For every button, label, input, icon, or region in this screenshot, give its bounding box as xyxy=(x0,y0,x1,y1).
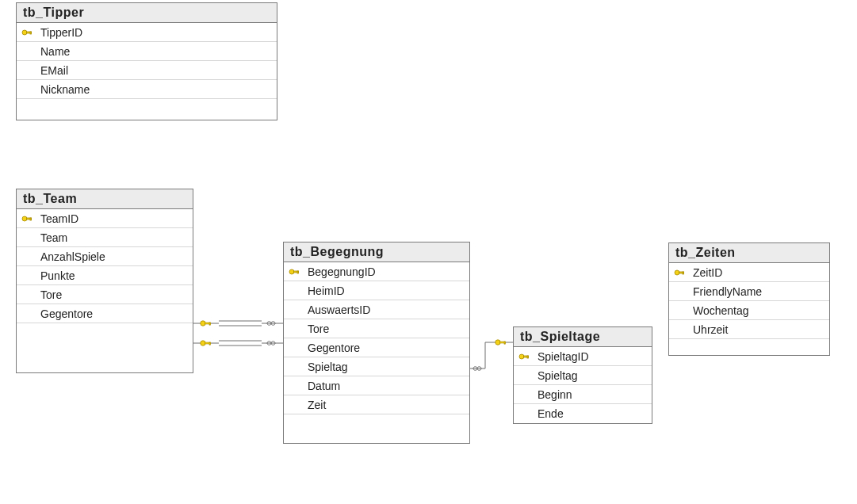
table-row[interactable]: Punkte xyxy=(17,266,193,285)
column-name: Zeit xyxy=(304,399,469,411)
table-row[interactable]: Ende xyxy=(514,404,652,423)
svg-rect-8 xyxy=(297,271,299,273)
column-name: Punkte xyxy=(37,269,193,282)
column-name: Wochentag xyxy=(690,304,829,317)
table-row[interactable]: BegegnungID xyxy=(284,262,469,281)
svg-rect-34 xyxy=(504,342,506,344)
table-row[interactable]: ZeitID xyxy=(669,263,829,282)
table-tb-spieltage[interactable]: tb_Spieltage SpieltagID Spieltag Beginn … xyxy=(513,326,652,424)
svg-rect-14 xyxy=(683,272,684,274)
column-name: EMail xyxy=(37,64,277,77)
table-row[interactable]: Beginn xyxy=(514,385,652,404)
column-name: Gegentore xyxy=(304,342,469,354)
svg-rect-5 xyxy=(30,218,32,220)
table-row[interactable]: Tore xyxy=(17,285,193,304)
column-name: Ende xyxy=(534,407,652,420)
svg-rect-28 xyxy=(209,342,211,345)
table-row[interactable]: SpieltagID xyxy=(514,347,652,366)
table-header[interactable]: tb_Zeiten xyxy=(669,243,829,263)
table-header[interactable]: tb_Team xyxy=(17,189,193,209)
svg-point-0 xyxy=(22,30,27,35)
table-row[interactable]: TeamID xyxy=(17,209,193,228)
table-header[interactable]: tb_Spieltage xyxy=(514,327,652,347)
table-row[interactable]: Gegentore xyxy=(17,304,193,323)
table-header[interactable]: tb_Begegnung xyxy=(284,242,469,262)
column-name: Tore xyxy=(37,288,193,301)
table-row[interactable]: Nickname xyxy=(17,80,277,99)
table-row[interactable]: Team xyxy=(17,228,193,247)
column-name: SpieltagID xyxy=(534,350,652,363)
relationship-team-begegnung-auswaertsid xyxy=(193,341,283,346)
svg-point-26 xyxy=(201,341,205,346)
table-row[interactable]: Name xyxy=(17,42,277,61)
column-name: AnzahlSpiele xyxy=(37,250,193,263)
table-row[interactable]: AnzahlSpiele xyxy=(17,247,193,266)
column-name: Gegentore xyxy=(37,307,193,320)
table-row[interactable]: HeimID xyxy=(284,281,469,300)
svg-rect-20 xyxy=(205,323,211,324)
table-row[interactable]: EMail xyxy=(17,61,277,80)
svg-rect-2 xyxy=(30,32,32,34)
table-tb-begegnung[interactable]: tb_Begegnung BegegnungID HeimID Auswaert… xyxy=(283,242,470,444)
svg-rect-21 xyxy=(209,323,211,325)
table-row[interactable]: Tore xyxy=(284,319,469,338)
column-name: Name xyxy=(37,45,277,58)
column-name: Tore xyxy=(304,323,469,335)
column-name: Datum xyxy=(304,380,469,392)
svg-point-12 xyxy=(675,270,679,275)
table-row[interactable]: AuswaertsID xyxy=(284,300,469,319)
key-icon xyxy=(669,267,690,278)
svg-point-9 xyxy=(519,354,524,359)
column-name: Spieltag xyxy=(534,369,652,382)
table-row[interactable]: Spieltag xyxy=(514,366,652,385)
svg-rect-27 xyxy=(205,342,211,344)
svg-rect-11 xyxy=(527,356,529,358)
table-tb-zeiten[interactable]: tb_Zeiten ZeitID FriendlyName Wochentag … xyxy=(668,242,830,356)
er-diagram-canvas: tb_Tipper TipperID Name EMail Nickname t… xyxy=(0,0,857,504)
table-row[interactable]: Uhrzeit xyxy=(669,320,829,339)
column-name: Uhrzeit xyxy=(690,323,829,336)
column-name: Nickname xyxy=(37,83,277,96)
column-name: ZeitID xyxy=(690,266,829,279)
column-name: Beginn xyxy=(534,388,652,401)
column-name: Team xyxy=(37,231,193,244)
relationship-spieltage-begegnung xyxy=(470,340,513,370)
key-icon xyxy=(17,213,37,224)
column-name: HeimID xyxy=(304,284,469,297)
relationship-team-begegnung-heimid xyxy=(193,321,283,326)
column-name: TeamID xyxy=(37,212,193,225)
key-icon xyxy=(284,266,304,277)
table-row[interactable]: Zeit xyxy=(284,395,469,414)
table-tb-team[interactable]: tb_Team TeamID Team AnzahlSpiele Punkte … xyxy=(16,189,193,373)
table-row[interactable]: Wochentag xyxy=(669,301,829,320)
column-name: BegegnungID xyxy=(304,265,469,278)
svg-point-32 xyxy=(495,340,500,345)
table-tb-tipper[interactable]: tb_Tipper TipperID Name EMail Nickname xyxy=(16,2,277,120)
key-icon xyxy=(514,351,534,362)
column-name: TipperID xyxy=(37,26,277,39)
svg-rect-33 xyxy=(500,342,506,343)
table-row[interactable]: FriendlyName xyxy=(669,282,829,301)
column-name: Spieltag xyxy=(304,361,469,373)
table-row[interactable]: Gegentore xyxy=(284,338,469,357)
table-header[interactable]: tb_Tipper xyxy=(17,3,277,23)
svg-point-3 xyxy=(22,216,27,221)
table-row[interactable]: TipperID xyxy=(17,23,277,42)
key-icon xyxy=(17,27,37,38)
table-row[interactable]: Spieltag xyxy=(284,357,469,376)
table-row[interactable]: Datum xyxy=(284,376,469,395)
column-name: AuswaertsID xyxy=(304,304,469,316)
column-name: FriendlyName xyxy=(690,285,829,298)
svg-point-19 xyxy=(201,321,205,326)
